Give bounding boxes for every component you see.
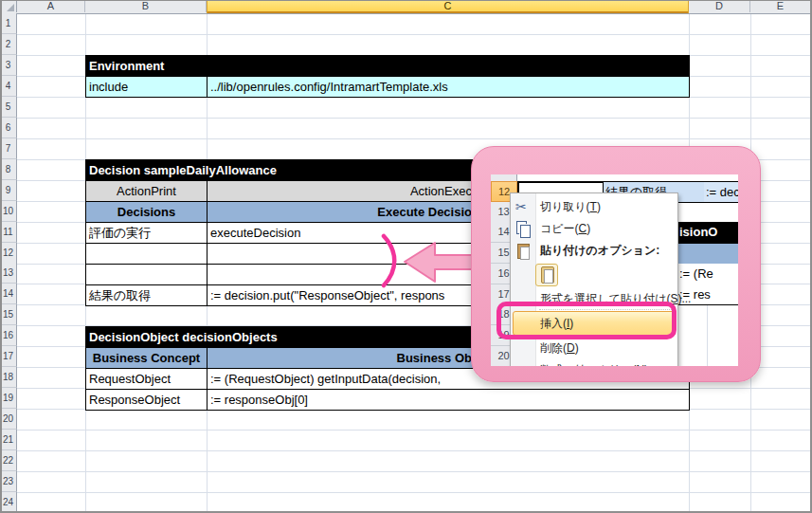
decision-decisions-header-cell[interactable]: Decisions	[85, 201, 208, 223]
business-concept-header-cell[interactable]: Business Concept	[85, 347, 208, 369]
menu-item-paste-options: 貼り付けのオプション:	[511, 240, 677, 262]
column-header-d[interactable]: D	[689, 0, 750, 12]
copy-icon	[515, 221, 532, 237]
row-header-19[interactable]: 19	[0, 388, 17, 409]
row-header-12[interactable]: 12	[0, 243, 17, 264]
row-header-21[interactable]: 21	[0, 430, 17, 450]
menu-item-copy[interactable]: コピー(C)	[511, 218, 677, 240]
responseobject-formula-cell[interactable]: := responseObj[0]	[207, 389, 690, 411]
row-header-5[interactable]: 5	[0, 97, 17, 118]
decision-exec-label-cell[interactable]: 評価の実行	[85, 222, 208, 244]
row-header-7[interactable]: 7	[0, 138, 17, 159]
row-header-18[interactable]: 18	[0, 367, 17, 388]
column-header-a[interactable]: A	[17, 0, 85, 12]
window-edge-top	[0, 0, 812, 1]
row-header-24[interactable]: 24	[0, 492, 17, 513]
row-header-20[interactable]: 20	[0, 409, 17, 430]
env-include-path-cell[interactable]: ../lib/openrules.config/IntramartTemplat…	[207, 76, 690, 98]
decision-inserted-row13-b[interactable]	[85, 264, 208, 285]
column-header-b[interactable]: B	[85, 0, 207, 12]
paste-icon	[515, 243, 532, 259]
column-header-e[interactable]: E	[750, 0, 811, 12]
insert-highlight-ring	[496, 302, 677, 339]
scissors-icon: ✂	[515, 199, 532, 215]
decision-inserted-row12-b[interactable]	[85, 243, 208, 265]
row-header-8[interactable]: 8	[0, 159, 17, 180]
mini-request-formula-fragment: := (Re	[677, 264, 738, 285]
row-header-14[interactable]: 14	[0, 284, 17, 304]
inserted-rows-paren	[384, 236, 394, 285]
row-header-10[interactable]: 10	[0, 201, 17, 222]
insert-menu-callout: 121314151617181920 結果の取得 := dec isionO :…	[471, 146, 761, 382]
decision-result-label-cell[interactable]: 結果の取得	[85, 284, 208, 306]
insert-annotation-arrow	[363, 230, 477, 297]
column-header-strip: A B C D E	[0, 0, 812, 14]
excel-window: A B C D E 123456789101112131415161718192…	[0, 0, 812, 513]
callout-screenshot: 121314151617181920 結果の取得 := dec isionO :…	[491, 174, 738, 366]
row-header-4[interactable]: 4	[0, 76, 17, 97]
business-object-header-text: Business Ob	[208, 348, 474, 368]
select-all-corner[interactable]	[0, 0, 17, 12]
window-edge-left	[0, 0, 2, 513]
row-header-13[interactable]: 13	[0, 263, 17, 284]
env-include-label-cell[interactable]: include	[85, 76, 208, 98]
row-header-23[interactable]: 23	[0, 471, 17, 492]
menu-item-cut[interactable]: ✂ 切り取り(T)	[511, 196, 677, 218]
row-header-16[interactable]: 16	[0, 325, 17, 346]
row-header-9[interactable]: 9	[0, 180, 17, 201]
requestobject-label-cell[interactable]: RequestObject	[85, 368, 208, 390]
column-header-c-selected[interactable]: C	[207, 0, 689, 13]
menu-item-delete[interactable]: 削除(D)	[511, 338, 677, 359]
row-header-17[interactable]: 17	[0, 346, 17, 367]
left-arrow-icon	[405, 243, 475, 282]
mini-blue-header-fragment	[677, 243, 738, 265]
row-header-15[interactable]: 15	[0, 304, 17, 325]
decision-actionprint-cell[interactable]: ActionPrint	[85, 180, 208, 202]
row-header-6[interactable]: 6	[0, 118, 17, 138]
menu-item-clear[interactable]: 数式と値のクリア(N)	[511, 359, 677, 366]
decision-actionexec-text: ActionExec	[208, 181, 474, 201]
row-header-1[interactable]: 1	[0, 13, 17, 34]
responseobject-label-cell[interactable]: ResponseObject	[85, 389, 208, 411]
mini-gridline	[707, 305, 708, 366]
env-table-title[interactable]: Environment	[85, 55, 690, 77]
context-menu: ✂ 切り取り(T) コピー(C) 貼り付けのオプション: 形式を選択して貼り付け…	[510, 192, 678, 366]
row-header-3[interactable]: 3	[0, 55, 17, 76]
decision-execute-header-text: Execute Decisio	[208, 202, 474, 222]
mini-result-formula-fragment[interactable]: := dec	[704, 181, 738, 203]
row-header-2[interactable]: 2	[0, 34, 17, 55]
paste-option-button[interactable]	[535, 264, 558, 286]
mini-decisionobject-title-fragment: isionO	[677, 222, 738, 244]
row-header-11[interactable]: 11	[0, 222, 17, 243]
row-header-22[interactable]: 22	[0, 450, 17, 471]
